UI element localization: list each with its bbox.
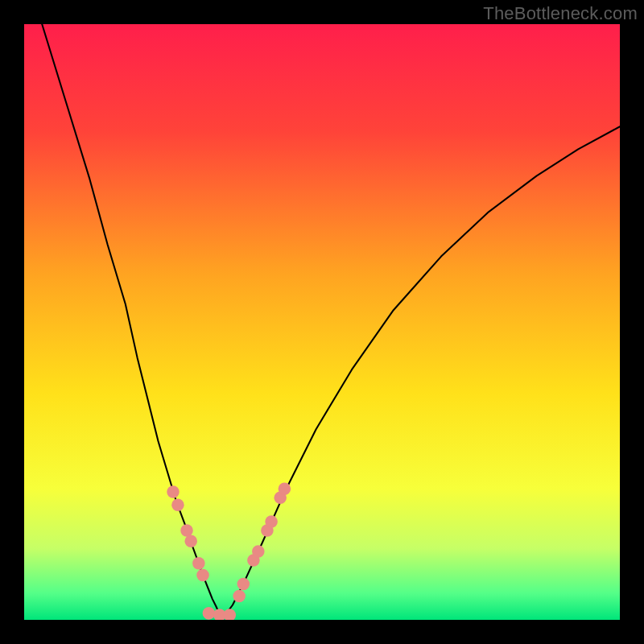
marker-dot bbox=[233, 590, 246, 603]
marker-dot bbox=[192, 557, 205, 570]
marker-dot bbox=[252, 545, 265, 558]
marker-dot bbox=[167, 485, 180, 498]
marker-dot bbox=[265, 515, 278, 528]
marker-dot bbox=[279, 482, 291, 495]
watermark-text: TheBottleneck.com bbox=[483, 3, 638, 24]
chart-frame: TheBottleneck.com bbox=[0, 0, 644, 644]
marker-dot bbox=[203, 607, 216, 620]
marker-dot bbox=[237, 578, 250, 591]
bottleneck-curve-plot bbox=[24, 24, 620, 620]
marker-dot bbox=[196, 569, 209, 582]
plot-background bbox=[24, 24, 620, 620]
marker-dot bbox=[184, 535, 197, 548]
marker-dot bbox=[171, 498, 184, 511]
marker-dot bbox=[180, 524, 193, 537]
